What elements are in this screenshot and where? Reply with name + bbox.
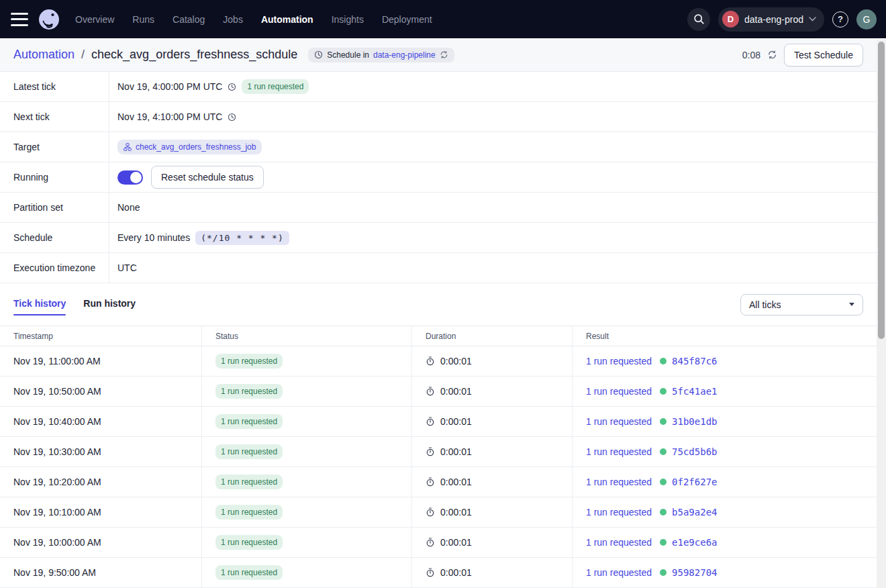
tick-status-badge: 1 run requested — [215, 505, 283, 520]
refresh-icon[interactable] — [767, 50, 777, 60]
detail-label: Partition set — [0, 193, 109, 222]
job-graph-icon — [124, 143, 132, 151]
run-status-dot-icon — [660, 539, 667, 546]
tick-duration: 0:00:01 — [440, 416, 472, 427]
detail-row-execution-timezone: Execution timezone UTC — [0, 253, 877, 283]
next-tick-value: Nov 19, 4:10:00 PM UTC — [117, 111, 222, 122]
clock-icon — [314, 50, 323, 59]
table-row: Nov 19, 10:50:00 AM 1 run requested 0:00… — [0, 377, 877, 407]
partition-set-value: None — [117, 202, 140, 213]
tick-result-link[interactable]: 1 run requested — [586, 477, 652, 487]
stopwatch-icon — [426, 507, 435, 517]
detail-row-next-tick: Next tick Nov 19, 4:10:00 PM UTC — [0, 102, 877, 132]
detail-label: Execution timezone — [0, 253, 109, 283]
run-status-dot-icon — [660, 358, 667, 364]
detail-label: Latest tick — [0, 72, 109, 101]
tick-timestamp: Nov 19, 10:10:00 AM — [13, 507, 101, 518]
nav-item-runs[interactable]: Runs — [132, 14, 154, 25]
breadcrumb-automation-link[interactable]: Automation — [13, 48, 75, 62]
run-id-link[interactable]: 75cd5b6b — [672, 446, 717, 457]
detail-label: Running — [0, 162, 109, 192]
run-id-link[interactable]: 0f2f627e — [672, 477, 717, 487]
detail-row-latest-tick: Latest tick Nov 19, 4:00:00 PM UTC 1 run… — [0, 72, 877, 102]
tick-result-link[interactable]: 1 run requested — [586, 507, 652, 518]
help-icon[interactable]: ? — [832, 11, 848, 28]
scrollbar-track — [877, 39, 886, 588]
pipeline-link[interactable]: data-eng-pipeline — [373, 50, 436, 60]
tick-history-header: Timestamp Status Duration Result — [0, 326, 877, 346]
tab-run-history[interactable]: Run history — [83, 289, 136, 321]
stopwatch-icon — [426, 447, 435, 456]
nav-item-overview[interactable]: Overview — [75, 14, 114, 25]
stopwatch-icon — [426, 356, 435, 366]
tab-tick-history[interactable]: Tick history — [13, 289, 66, 321]
breadcrumb: Automation / check_avg_orders_freshness_… — [13, 48, 454, 62]
tick-filter-select[interactable]: All ticks — [740, 294, 863, 315]
tick-status-badge: 1 run requested — [215, 414, 283, 429]
execution-timezone-value: UTC — [117, 262, 137, 273]
caret-down-icon — [849, 303, 854, 306]
latest-tick-value: Nov 19, 4:00:00 PM UTC — [117, 81, 222, 92]
menu-icon[interactable] — [11, 13, 28, 26]
tick-result-link[interactable]: 1 run requested — [586, 537, 652, 548]
detail-row-schedule: Schedule Every 10 minutes (*/10 * * * *) — [0, 223, 877, 253]
test-schedule-button[interactable]: Test Schedule — [784, 44, 863, 66]
tick-status-badge: 1 run requested — [215, 475, 283, 489]
run-id-link[interactable]: 95982704 — [672, 567, 717, 578]
tick-duration: 0:00:01 — [440, 537, 472, 548]
column-header-duration: Duration — [411, 326, 572, 346]
history-tabs-bar: Tick history Run history All ticks — [0, 283, 877, 326]
target-job-link[interactable]: check_avg_orders_freshness_job — [117, 140, 262, 154]
column-header-timestamp: Timestamp — [0, 326, 201, 346]
tick-duration: 0:00:01 — [440, 477, 472, 487]
run-id-link[interactable]: 31b0e1db — [672, 416, 717, 427]
search-button[interactable] — [687, 8, 710, 31]
workspace-name: data-eng-prod — [744, 14, 803, 25]
tick-duration: 0:00:01 — [440, 567, 472, 578]
schedule-location-badge: Schedule in data-eng-pipeline — [308, 48, 454, 62]
tick-duration: 0:00:01 — [440, 507, 472, 518]
top-navigation: OverviewRunsCatalogJobsAutomationInsight… — [0, 0, 886, 38]
nav-item-deployment[interactable]: Deployment — [382, 14, 432, 25]
stopwatch-icon — [426, 538, 435, 547]
badge-prefix: Schedule in — [327, 50, 369, 60]
user-avatar[interactable]: G — [856, 9, 877, 30]
tick-result-link[interactable]: 1 run requested — [586, 567, 652, 578]
run-id-link[interactable]: 5fc41ae1 — [672, 386, 717, 397]
tick-timestamp: Nov 19, 10:20:00 AM — [13, 477, 101, 487]
running-toggle[interactable] — [117, 170, 143, 185]
reset-schedule-status-button[interactable]: Reset schedule status — [151, 166, 264, 189]
tick-history-rows: Nov 19, 11:00:00 AM 1 run requested 0:00… — [0, 346, 877, 588]
tick-result-link[interactable]: 1 run requested — [586, 416, 652, 427]
schedule-details: Latest tick Nov 19, 4:00:00 PM UTC 1 run… — [0, 72, 877, 283]
detail-row-target: Target check_avg_orders_freshness_job — [0, 132, 877, 162]
tick-timestamp: Nov 19, 11:00:00 AM — [13, 356, 101, 366]
schedule-value: Every 10 minutes — [117, 232, 190, 243]
table-row: Nov 19, 11:00:00 AM 1 run requested 0:00… — [0, 346, 877, 377]
scrollbar-thumb[interactable] — [878, 42, 885, 339]
tick-timestamp: Nov 19, 9:50:00 AM — [13, 567, 96, 578]
tick-duration: 0:00:01 — [440, 446, 472, 457]
tick-result-link[interactable]: 1 run requested — [586, 386, 652, 397]
tick-status-badge: 1 run requested — [215, 535, 283, 550]
page-title: check_avg_orders_freshness_schdule — [91, 48, 297, 62]
run-id-link[interactable]: e1e9ce6a — [672, 537, 717, 548]
stopwatch-icon — [426, 568, 435, 577]
tick-result-link[interactable]: 1 run requested — [586, 356, 652, 366]
tick-timestamp: Nov 19, 10:30:00 AM — [13, 446, 101, 457]
detail-label: Target — [0, 132, 109, 162]
run-id-link[interactable]: 845f87c6 — [672, 356, 717, 366]
column-header-result: Result — [572, 326, 877, 346]
refresh-timer: 0:08 — [742, 50, 760, 60]
run-id-link[interactable]: b5a9a2e4 — [672, 507, 717, 518]
detail-row-partition-set: Partition set None — [0, 193, 877, 223]
primary-nav: OverviewRunsCatalogJobsAutomationInsight… — [75, 14, 432, 25]
workspace-switcher[interactable]: D data-eng-prod — [718, 7, 824, 32]
nav-item-catalog[interactable]: Catalog — [173, 14, 205, 25]
tick-status-badge: 1 run requested — [215, 354, 283, 369]
nav-item-jobs[interactable]: Jobs — [223, 14, 243, 25]
nav-item-automation[interactable]: Automation — [261, 14, 313, 25]
dagster-logo-icon[interactable] — [38, 8, 60, 31]
tick-result-link[interactable]: 1 run requested — [586, 446, 652, 457]
nav-item-insights[interactable]: Insights — [332, 14, 364, 25]
